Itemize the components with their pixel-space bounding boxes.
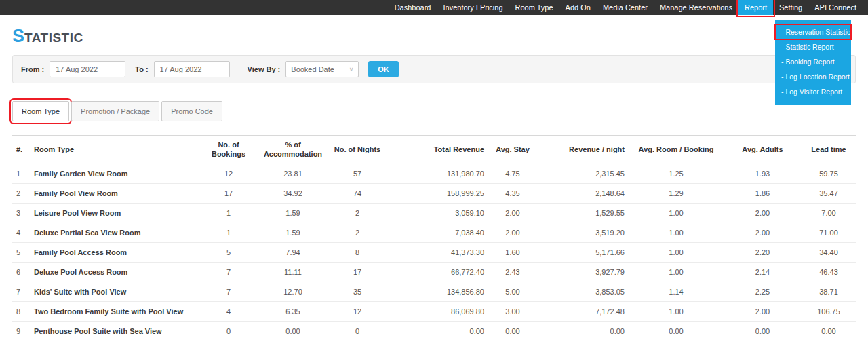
table-body: 1Family Garden View Room1223.8157131,980… — [12, 164, 856, 340]
value-cell: 0.00 — [724, 321, 802, 340]
to-date-input[interactable] — [154, 61, 230, 77]
column-header-revenue-night: Revenue / night — [537, 136, 629, 164]
menu-item-reservation-statistic[interactable]: - Reservation Statistic — [775, 24, 851, 39]
value-cell: 6 — [12, 262, 30, 282]
value-cell: 12 — [199, 164, 258, 183]
value-cell: 9 — [12, 321, 30, 340]
room-type-cell: Two Bedroom Family Suite with Pool View — [30, 301, 199, 321]
value-cell: 38.71 — [802, 282, 856, 301]
value-cell: 1 — [12, 164, 30, 183]
value-cell: 57 — [328, 164, 387, 183]
value-cell: 2.00 — [724, 203, 802, 223]
value-cell: 59.75 — [802, 164, 856, 183]
column-header-no-of-bookings: No. of Bookings — [199, 136, 258, 164]
value-cell: 106.75 — [802, 301, 856, 321]
tabs: Room TypePromotion / PackagePromo Code — [12, 101, 856, 121]
ok-button[interactable]: OK — [368, 61, 399, 77]
room-type-cell: Family Pool Access Room — [30, 242, 199, 262]
table-row: 1Family Garden View Room1223.8157131,980… — [12, 164, 856, 183]
value-cell: 3,519.20 — [537, 223, 629, 242]
value-cell: 46.43 — [802, 262, 856, 282]
nav-item-add-on[interactable]: Add On — [559, 0, 597, 15]
nav-item-media-center[interactable]: Media Center — [597, 0, 654, 15]
table-row: 7Kids' Suite with Pool View712.7035134,8… — [12, 282, 856, 301]
value-cell: 7,172.48 — [537, 301, 629, 321]
value-cell: 3.00 — [488, 301, 537, 321]
value-cell: 1.00 — [629, 262, 724, 282]
value-cell: 1.93 — [724, 164, 802, 183]
menu-item-log-visitor-report[interactable]: - Log Visitor Report — [775, 84, 851, 99]
value-cell: 1.00 — [629, 301, 724, 321]
table-row: 2Family Pool View Room1734.9274158,999.2… — [12, 183, 856, 203]
column-header-avg-stay: Avg. Stay — [488, 136, 537, 164]
value-cell: 2.25 — [724, 282, 802, 301]
tab-room-type[interactable]: Room Type — [12, 101, 69, 121]
nav-item-inventory-i-pricing[interactable]: Inventory I Pricing — [437, 0, 509, 15]
value-cell: 2.43 — [488, 262, 537, 282]
column-header-lead-time: Lead time — [802, 136, 856, 164]
value-cell: 2 — [12, 183, 30, 203]
value-cell: 7 — [199, 282, 258, 301]
chevron-down-icon: ∨ — [349, 66, 354, 73]
value-cell: 2.00 — [724, 223, 802, 242]
value-cell: 41,373.30 — [387, 242, 488, 262]
nav-item-manage-reservations[interactable]: Manage Reservations — [654, 0, 738, 15]
value-cell: 131,980.70 — [387, 164, 488, 183]
nav-item-dashboard[interactable]: Dashboard — [389, 0, 437, 15]
view-by-select[interactable]: Booked Date ∨ — [285, 61, 359, 77]
room-type-cell: Kids' Suite with Pool View — [30, 282, 199, 301]
page-title-initial: S — [12, 26, 24, 46]
value-cell: 2.00 — [488, 203, 537, 223]
value-cell: 8 — [12, 301, 30, 321]
filter-bar: From : To : View By : Booked Date ∨ OK — [12, 55, 856, 83]
value-cell: 1.14 — [629, 282, 724, 301]
tab-promo-code[interactable]: Promo Code — [161, 101, 222, 121]
table-header-row: #.Room TypeNo. of Bookings% of Accommoda… — [12, 136, 856, 164]
nav-item-report[interactable]: Report — [738, 0, 773, 15]
value-cell: 17 — [199, 183, 258, 203]
value-cell: 5,171.66 — [537, 242, 629, 262]
room-type-cell: Family Garden View Room — [30, 164, 199, 183]
nav-item-api-connect[interactable]: API Connect — [808, 0, 863, 15]
tab-promotion-package[interactable]: Promotion / Package — [71, 101, 159, 121]
value-cell: 12.70 — [258, 282, 328, 301]
value-cell: 2 — [328, 223, 387, 242]
value-cell: 8 — [328, 242, 387, 262]
room-type-cell: Penthouse Pool Suite with Sea View — [30, 321, 199, 340]
value-cell: 2.14 — [724, 262, 802, 282]
page-title-rest: TATISTIC — [24, 31, 83, 45]
value-cell: 0.00 — [802, 321, 856, 340]
value-cell: 1.29 — [629, 183, 724, 203]
nav-item-room-type[interactable]: Room Type — [509, 0, 559, 15]
value-cell: 2 — [328, 203, 387, 223]
room-type-cell: Leisure Pool View Room — [30, 203, 199, 223]
statistics-table: #.Room TypeNo. of Bookings% of Accommoda… — [12, 135, 856, 340]
room-type-cell: Family Pool View Room — [30, 183, 199, 203]
value-cell: 1.25 — [629, 164, 724, 183]
value-cell: 11.11 — [258, 262, 328, 282]
column-header-of-accommodation: % of Accommodation — [258, 136, 328, 164]
value-cell: 17 — [328, 262, 387, 282]
nav-item-setting[interactable]: Setting — [773, 0, 808, 15]
menu-item-log-location-report[interactable]: - Log Location Report — [775, 69, 851, 84]
value-cell: 7.00 — [802, 203, 856, 223]
value-cell: 1.00 — [629, 223, 724, 242]
room-type-cell: Deluxe Pool Access Room — [30, 262, 199, 282]
menu-item-statistic-report[interactable]: - Statistic Report — [775, 39, 851, 54]
value-cell: 0.00 — [488, 321, 537, 340]
value-cell: 4.75 — [488, 164, 537, 183]
value-cell: 3,927.79 — [537, 262, 629, 282]
room-type-cell: Deluxe Partial Sea View Room — [30, 223, 199, 242]
menu-item-booking-report[interactable]: - Booking Report — [775, 54, 851, 69]
value-cell: 35 — [328, 282, 387, 301]
column-header-total-revenue: Total Revenue — [387, 136, 488, 164]
value-cell: 1,529.55 — [537, 203, 629, 223]
value-cell: 1 — [199, 203, 258, 223]
value-cell: 1.00 — [629, 203, 724, 223]
value-cell: 4 — [12, 223, 30, 242]
value-cell: 4.35 — [488, 183, 537, 203]
value-cell: 23.81 — [258, 164, 328, 183]
column-header-room-type: Room Type — [30, 136, 199, 164]
from-date-input[interactable] — [50, 61, 125, 77]
value-cell: 7,038.40 — [387, 223, 488, 242]
